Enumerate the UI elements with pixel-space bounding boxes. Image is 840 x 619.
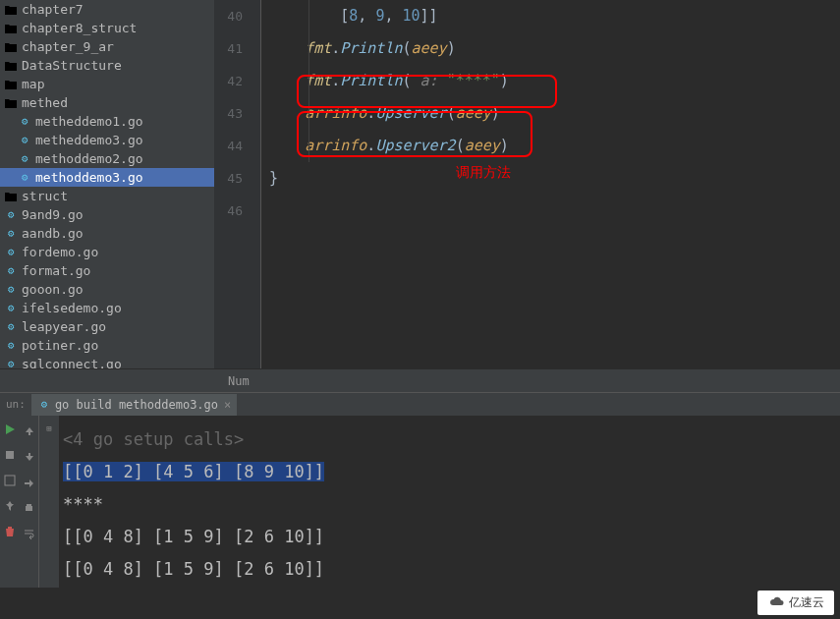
wrap-icon[interactable] [22,526,37,541]
status-text: Num [228,374,250,388]
delete-icon[interactable] [2,524,18,539]
annotation-text: 调用方法 [456,164,511,182]
go-file-icon: ⚙ [4,302,18,315]
project-tree[interactable]: chapter7 chapter8_struct chapter_9_ar Da… [0,0,214,368]
go-file-icon: ⚙ [18,152,31,166]
close-icon[interactable]: × [224,398,231,412]
svg-rect-2 [26,506,32,511]
pin-icon[interactable] [2,498,18,514]
cloud-icon [767,595,785,610]
watermark: 亿速云 [757,591,834,615]
status-bar: Num [0,368,840,392]
go-file-icon: ⚙ [4,339,18,353]
console-tab[interactable]: ⚙ go build methoddemo3.go × [31,394,237,416]
code-line-41: fmt.Println(aeey) [269,32,840,65]
console-line: [[0 4 8] [1 5 9] [2 6 10]] [63,521,836,553]
layout-icon[interactable] [2,473,18,488]
print-icon[interactable] [22,500,37,516]
folder-icon [4,78,18,91]
indent-guide [308,0,309,162]
go-file-icon: ⚙ [4,264,18,278]
console-line: **** [63,488,836,521]
console-toolbar [0,416,39,588]
go-file-icon: ⚙ [4,208,18,222]
tree-file[interactable]: ⚙leapyear.go [0,317,214,336]
go-file-icon: ⚙ [4,246,18,259]
stop-disabled-icon[interactable] [2,447,18,463]
go-file-icon: ⚙ [4,358,18,369]
go-file-icon: ⚙ [4,283,18,297]
folder-icon [4,59,18,73]
tree-file[interactable]: ⚙potiner.go [0,336,214,355]
tree-file[interactable]: ⚙ifelsedemo.go [0,299,214,317]
tree-file[interactable]: ⚙fordemo.go [0,243,214,261]
tree-file-selected[interactable]: ⚙methoddemo3.go [0,168,214,187]
tree-folder[interactable]: chapter8_struct [0,19,214,37]
code-line-44: arrinfo.Upserver2(aeey) [269,130,840,162]
tree-file[interactable]: ⚙metheddemo3.go [0,131,214,149]
tree-folder[interactable]: methed [0,93,214,112]
go-file-icon: ⚙ [18,171,31,185]
console-line: [[0 4 8] [1 5 9] [2 6 10]] [63,553,836,586]
go-file-icon: ⚙ [18,134,31,147]
folder-icon [4,40,18,54]
code-line-46 [269,195,840,227]
tree-file[interactable]: ⚙9and9.go [0,205,214,224]
go-file-icon: ⚙ [4,227,18,241]
console-tab-bar: un: ⚙ go build methoddemo3.go × [0,392,840,416]
rerun-icon[interactable] [2,422,18,437]
code-line-42: fmt.Println( a: "****") [269,65,840,97]
go-file-icon: ⚙ [37,398,51,412]
tree-file[interactable]: ⚙methoddemo2.go [0,149,214,168]
tree-file[interactable]: ⚙format.go [0,261,214,280]
go-file-icon: ⚙ [18,115,31,129]
watermark-text: 亿速云 [789,594,824,611]
code-content[interactable]: [8, 9, 10]] fmt.Println(aeey) fmt.Printl… [261,0,840,368]
folder-icon [4,190,18,203]
console-line: [[0 1 2] [4 5 6] [8 9 10]] [63,456,836,488]
tree-file[interactable]: ⚙sqlconnect.go [0,355,214,368]
svg-rect-0 [6,451,14,459]
console-output[interactable]: <4 go setup calls> [[0 1 2] [4 5 6] [8 9… [59,416,840,588]
expand-icon[interactable]: ⊞ [46,423,51,433]
down-icon[interactable] [22,449,37,465]
tree-folder[interactable]: struct [0,187,214,205]
up-icon[interactable] [22,423,37,439]
code-line-40: [8, 9, 10]] [269,0,840,32]
console-tab-label: go build methoddemo3.go [55,398,218,412]
svg-rect-1 [5,476,15,485]
run-label: un: [0,398,31,411]
tree-file[interactable]: ⚙metheddemo1.go [0,112,214,131]
code-line-43: arrinfo.Upserver(aeey) [269,97,840,130]
folder-icon [4,3,18,17]
tree-file[interactable]: ⚙gooon.go [0,280,214,299]
export-icon[interactable] [22,475,37,490]
tree-folder[interactable]: map [0,75,214,93]
console-line-setup: <4 go setup calls> [63,423,836,456]
code-line-45: } [269,162,840,195]
tree-folder[interactable]: chapter7 [0,0,214,19]
console-expand-column: ⊞ [39,416,59,588]
line-number-gutter: 40 41 42 43 44 45 46 [214,0,261,368]
code-editor[interactable]: 40 41 42 43 44 45 46 [8, 9, 10]] fmt.Pri… [214,0,840,368]
folder-icon [4,22,18,35]
go-file-icon: ⚙ [4,320,18,334]
folder-icon [4,96,18,110]
tree-folder[interactable]: chapter_9_ar [0,37,214,56]
tree-file[interactable]: ⚙aandb.go [0,224,214,243]
svg-rect-3 [27,504,31,506]
tree-folder[interactable]: DataStructure [0,56,214,75]
